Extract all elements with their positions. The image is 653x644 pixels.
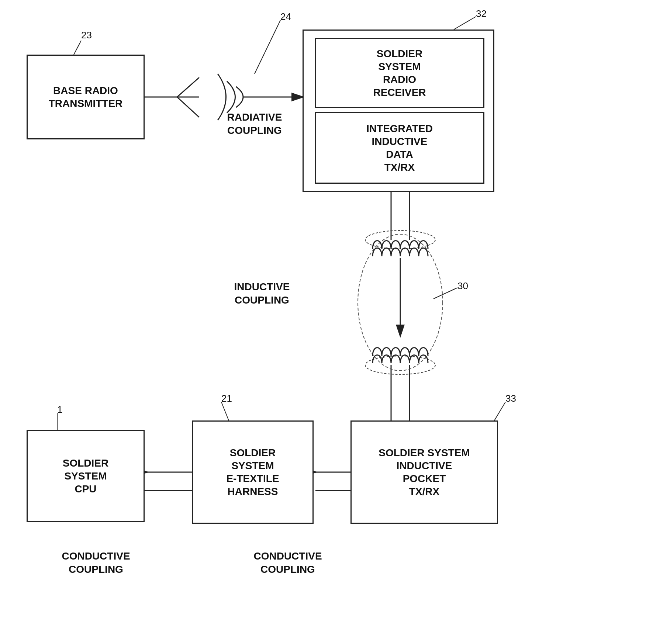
base-radio-transmitter-label: BASE RADIO TRANSMITTER: [49, 84, 123, 110]
svg-line-21: [221, 402, 229, 420]
diagram-container: BASE RADIO TRANSMITTER 23 24 RADIATIVE C…: [0, 0, 653, 644]
soldier-system-etextile-label: SOLDIER SYSTEM E-TEXTILE HARNESS: [226, 446, 279, 498]
ref-1: 1: [57, 404, 62, 415]
soldier-system-cpu-label: SOLDIER SYSTEM CPU: [63, 457, 108, 495]
svg-line-16: [74, 41, 81, 55]
soldier-system-cpu-box: SOLDIER SYSTEM CPU: [27, 430, 145, 522]
ref-32: 32: [476, 8, 487, 20]
ref-23: 23: [81, 30, 92, 41]
soldier-system-radio-receiver-label: SOLDIER SYSTEM RADIO RECEIVER: [373, 47, 426, 99]
soldier-system-inductive-pocket-box: SOLDIER SYSTEM INDUCTIVE POCKET TX/RX: [350, 420, 498, 524]
svg-line-18: [454, 17, 476, 30]
outer-box-32: SOLDIER SYSTEM RADIO RECEIVER INTEGRATED…: [303, 30, 494, 192]
upper-coil-svg: [369, 236, 432, 262]
ref-33: 33: [505, 393, 516, 404]
base-radio-transmitter-box: BASE RADIO TRANSMITTER: [27, 55, 145, 139]
svg-line-5: [177, 97, 199, 117]
lower-coil-svg: [369, 343, 432, 369]
soldier-system-radio-receiver-box: SOLDIER SYSTEM RADIO RECEIVER: [315, 38, 484, 108]
radiative-coupling-label: RADIATIVE COUPLING: [214, 111, 295, 138]
ref-30: 30: [457, 280, 468, 292]
soldier-system-inductive-pocket-label: SOLDIER SYSTEM INDUCTIVE POCKET TX/RX: [379, 446, 470, 498]
conductive-coupling-left-label: CONDUCTIVE COUPLING: [37, 550, 155, 577]
svg-line-3: [177, 77, 199, 97]
svg-line-19: [433, 288, 457, 299]
soldier-system-etextile-box: SOLDIER SYSTEM E-TEXTILE HARNESS: [192, 420, 314, 524]
inductive-coupling-label: INDUCTIVE COUPLING: [207, 280, 317, 307]
integrated-inductive-box: INTEGRATED INDUCTIVE DATA TX/RX: [315, 112, 484, 184]
integrated-inductive-label: INTEGRATED INDUCTIVE DATA TX/RX: [366, 122, 433, 174]
ref-21: 21: [221, 393, 232, 404]
ref-24: 24: [280, 11, 291, 22]
conductive-coupling-right-label: CONDUCTIVE COUPLING: [229, 550, 347, 577]
svg-line-22: [494, 402, 505, 420]
svg-line-17: [255, 20, 280, 74]
